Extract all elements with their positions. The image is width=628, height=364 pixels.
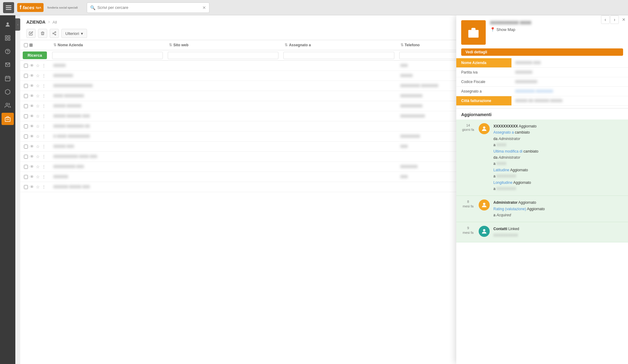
search-icon: 🔍	[90, 5, 95, 10]
filter-sito-web[interactable]	[168, 52, 278, 59]
svg-point-26	[483, 203, 485, 205]
cell-assegnato-a	[281, 152, 396, 162]
filter-assegnato-a[interactable]	[283, 52, 394, 59]
row-star-icon[interactable]: ☆	[36, 83, 40, 88]
sidebar-item-profile[interactable]	[2, 18, 14, 31]
row-star-icon[interactable]: ☆	[36, 93, 40, 98]
panel-prev-button[interactable]: ‹	[601, 15, 610, 24]
sidebar-item-messages[interactable]	[2, 59, 14, 71]
row-menu-icon[interactable]: ⋮	[42, 164, 46, 169]
row-star-icon[interactable]: ☆	[36, 174, 40, 179]
row-star-icon[interactable]: ☆	[36, 114, 40, 119]
svg-point-18	[55, 34, 56, 35]
row-checkbox[interactable]	[24, 84, 28, 88]
row-menu-icon[interactable]: ⋮	[42, 134, 46, 139]
vedi-dettagli-button[interactable]: Vedi dettagli	[461, 48, 623, 56]
filter-nome-azienda[interactable]	[52, 52, 163, 59]
row-view-icon[interactable]: 👁	[30, 124, 34, 129]
row-view-icon[interactable]: 👁	[30, 83, 34, 88]
cell-nome-azienda: XXXXXXXX	[50, 71, 165, 81]
row-checkbox[interactable]	[24, 135, 28, 138]
row-checkbox[interactable]	[24, 145, 28, 149]
cell-assegnato-a	[281, 111, 396, 121]
row-checkbox[interactable]	[24, 155, 28, 159]
row-star-icon[interactable]: ☆	[36, 134, 40, 139]
ricerca-button[interactable]: Ricerca	[23, 51, 47, 59]
row-checkbox[interactable]	[24, 175, 28, 179]
field-label: Partita iva	[456, 68, 511, 77]
row-checkbox[interactable]	[24, 185, 28, 189]
row-menu-icon[interactable]: ⋮	[42, 93, 46, 98]
row-menu-icon[interactable]: ⋮	[42, 124, 46, 129]
row-checkbox[interactable]	[24, 104, 28, 108]
cell-sito-web	[165, 81, 281, 91]
sidebar-item-tasks[interactable]	[2, 72, 14, 85]
grid-view-icon[interactable]: ⊞	[29, 43, 33, 47]
field-value[interactable]: XXXXXXXX XXXXXXX	[511, 87, 628, 96]
sidebar-expander[interactable]: ›	[15, 18, 20, 31]
row-menu-icon[interactable]: ⋮	[42, 174, 46, 179]
row-view-icon[interactable]: 👁	[30, 154, 34, 159]
row-view-icon[interactable]: 👁	[30, 174, 34, 179]
search-input[interactable]	[97, 5, 202, 10]
field-value: XXXXXXX	[511, 68, 628, 77]
row-checkbox[interactable]	[24, 114, 28, 118]
svg-point-16	[55, 32, 56, 33]
row-star-icon[interactable]: ☆	[36, 104, 40, 108]
breadcrumb-title: AZIENDA	[26, 20, 45, 25]
fields-section: Nome AziendaXXXXXXX XXXPartita ivaXXXXXX…	[456, 56, 628, 108]
row-menu-icon[interactable]: ⋮	[42, 83, 46, 88]
select-all-checkbox[interactable]	[24, 43, 28, 47]
row-menu-icon[interactable]: ⋮	[42, 114, 46, 119]
row-star-icon[interactable]: ☆	[36, 63, 40, 68]
row-star-icon[interactable]: ☆	[36, 144, 40, 149]
cell-sito-web	[165, 162, 281, 172]
field-row: Codice FiscaleXXXXXXXXX	[456, 77, 628, 87]
row-view-icon[interactable]: 👁	[30, 134, 34, 139]
row-view-icon[interactable]: 👁	[30, 63, 34, 68]
sidebar-item-products[interactable]	[2, 86, 14, 98]
row-star-icon[interactable]: ☆	[36, 124, 40, 129]
row-view-icon[interactable]: 👁	[30, 93, 34, 98]
row-actions: 👁 ☆ ⋮	[24, 134, 46, 139]
sidebar-item-companies[interactable]	[2, 113, 14, 125]
row-star-icon[interactable]: ☆	[36, 164, 40, 169]
row-checkbox[interactable]	[24, 124, 28, 128]
row-view-icon[interactable]: 👁	[30, 164, 34, 169]
panel-close-button[interactable]: ×	[619, 15, 628, 24]
edit-button[interactable]	[26, 29, 36, 38]
row-view-icon[interactable]: 👁	[30, 184, 34, 189]
row-star-icon[interactable]: ☆	[36, 184, 40, 189]
cell-sito-web	[165, 71, 281, 81]
row-menu-icon[interactable]: ⋮	[42, 104, 46, 108]
row-checkbox[interactable]	[24, 94, 28, 98]
logo-box: f faces SpA	[17, 3, 44, 12]
row-menu-icon[interactable]: ⋮	[42, 73, 46, 78]
svg-rect-3	[6, 39, 7, 40]
row-star-icon[interactable]: ☆	[36, 154, 40, 159]
row-checkbox[interactable]	[24, 64, 28, 68]
hamburger-button[interactable]	[3, 2, 14, 13]
panel-next-button[interactable]: ›	[610, 15, 619, 24]
sidebar-item-dashboard[interactable]	[2, 32, 14, 44]
row-checkbox[interactable]	[24, 165, 28, 169]
row-menu-icon[interactable]: ⋮	[42, 154, 46, 159]
row-menu-icon[interactable]: ⋮	[42, 63, 46, 68]
row-menu-icon[interactable]: ⋮	[42, 144, 46, 149]
row-view-icon[interactable]: 👁	[30, 114, 34, 119]
ulteriori-dropdown[interactable]: Ulteriori ▾	[61, 29, 87, 38]
clear-icon[interactable]: ✕	[202, 5, 206, 10]
logo-icon: f	[20, 4, 21, 11]
sidebar-item-help[interactable]	[2, 45, 14, 58]
cell-nome-azienda: XXXXXXXXX XXX	[50, 162, 165, 172]
row-star-icon[interactable]: ☆	[36, 73, 40, 78]
row-menu-icon[interactable]: ⋮	[42, 184, 46, 189]
sidebar-item-contacts[interactable]	[2, 99, 14, 112]
delete-button[interactable]	[38, 29, 47, 38]
share-button[interactable]	[50, 29, 59, 38]
row-view-icon[interactable]: 👁	[30, 73, 34, 78]
row-checkbox[interactable]	[24, 74, 28, 78]
show-map-link[interactable]: 📍 Show Map	[490, 27, 623, 32]
row-view-icon[interactable]: 👁	[30, 144, 34, 149]
row-view-icon[interactable]: 👁	[30, 104, 34, 108]
